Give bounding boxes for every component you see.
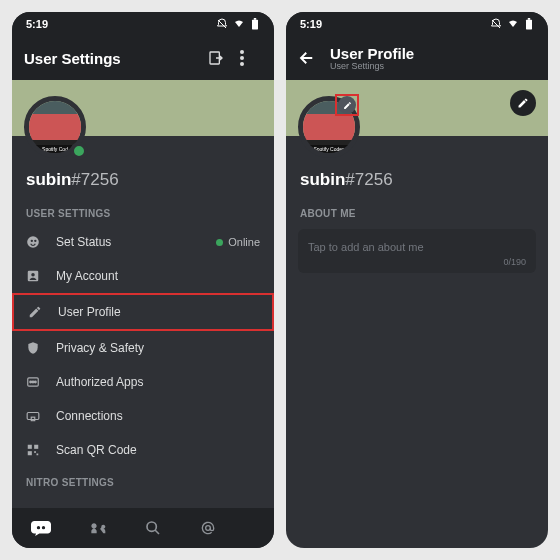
svg-rect-22: [37, 454, 39, 456]
status-icons: [490, 18, 534, 30]
svg-rect-28: [528, 18, 530, 20]
back-icon[interactable]: [298, 49, 320, 67]
apps-icon: [26, 375, 42, 389]
svg-point-25: [205, 526, 210, 531]
svg-line-0: [218, 20, 226, 28]
settings-screen: 5:19 User Settings Spotify Cod subin#725: [12, 12, 274, 548]
settings-row-privacy-safety[interactable]: Privacy & Safety: [12, 331, 274, 365]
row-label: Scan QR Code: [56, 443, 260, 457]
svg-rect-1: [252, 20, 258, 30]
page-title: User Profile User Settings: [330, 45, 536, 71]
status-icons: [216, 18, 260, 30]
username: subin#7256: [12, 170, 274, 198]
section-nitro: NITRO SETTINGS: [12, 467, 274, 494]
shield-icon: [26, 341, 42, 355]
svg-rect-17: [31, 417, 35, 421]
status-bar: 5:19: [12, 12, 274, 36]
svg-line-26: [492, 20, 500, 28]
svg-rect-20: [28, 451, 32, 455]
settings-row-connections[interactable]: Connections: [12, 399, 274, 433]
about-me-placeholder: Tap to add an about me: [308, 241, 424, 253]
tab-bar: [12, 508, 274, 548]
edit-banner-icon[interactable]: [510, 90, 536, 116]
clock: 5:19: [26, 18, 48, 30]
tab-friends-icon[interactable]: [90, 520, 106, 536]
svg-point-4: [240, 50, 244, 54]
svg-point-8: [31, 240, 33, 242]
row-label: Authorized Apps: [56, 375, 260, 389]
logout-icon[interactable]: [208, 50, 230, 66]
pencil-icon: [28, 305, 44, 319]
svg-point-13: [30, 381, 32, 383]
svg-point-15: [34, 381, 36, 383]
settings-row-my-account[interactable]: My Account: [12, 259, 274, 293]
section-user-settings: USER SETTINGS: [12, 198, 274, 225]
svg-point-9: [34, 240, 36, 242]
svg-rect-16: [27, 413, 39, 420]
settings-row-scan-qr-code[interactable]: Scan QR Code: [12, 433, 274, 467]
row-value: Online: [216, 236, 260, 248]
about-me-char-count: 0/190: [503, 257, 526, 267]
header: User Profile User Settings: [286, 36, 548, 80]
svg-point-6: [240, 62, 244, 66]
row-label: User Profile: [58, 305, 258, 319]
about-me-label: ABOUT ME: [286, 198, 548, 225]
svg-line-24: [155, 530, 159, 534]
svg-rect-2: [254, 18, 256, 20]
settings-row-user-profile[interactable]: User Profile: [12, 293, 274, 331]
settings-list: Set StatusOnlineMy AccountUser ProfilePr…: [12, 225, 274, 467]
presence-indicator: [70, 142, 88, 160]
wifi-icon: [507, 18, 519, 30]
link-icon: [26, 409, 42, 423]
highlight-edit-avatar: [335, 94, 359, 116]
status-bar: 5:19: [286, 12, 548, 36]
dnd-icon: [490, 18, 502, 30]
username: subin#7256: [286, 170, 548, 198]
row-label: My Account: [56, 269, 260, 283]
online-dot-icon: [216, 239, 223, 246]
svg-point-11: [31, 273, 35, 277]
row-label: Connections: [56, 409, 260, 423]
overflow-icon[interactable]: [240, 50, 262, 66]
svg-rect-21: [34, 451, 36, 453]
page-subtitle: User Settings: [330, 61, 536, 71]
user-profile-screen: 5:19 User Profile User Settings Spotify …: [286, 12, 548, 548]
tab-mentions-icon[interactable]: [200, 520, 216, 536]
svg-point-5: [240, 56, 244, 60]
qr-icon: [26, 443, 42, 457]
tab-search-icon[interactable]: [145, 520, 161, 536]
svg-rect-27: [526, 20, 532, 30]
clock: 5:19: [300, 18, 322, 30]
row-label: Set Status: [56, 235, 202, 249]
account-icon: [26, 269, 42, 283]
svg-rect-19: [34, 445, 38, 449]
about-me-input[interactable]: Tap to add an about me 0/190: [298, 229, 536, 273]
status-icon: [26, 235, 42, 249]
dnd-icon: [216, 18, 228, 30]
wifi-icon: [233, 18, 245, 30]
svg-rect-18: [28, 445, 32, 449]
settings-row-authorized-apps[interactable]: Authorized Apps: [12, 365, 274, 399]
svg-point-23: [147, 522, 156, 531]
profile-banner: Spotify Codes: [286, 80, 548, 136]
settings-row-set-status[interactable]: Set StatusOnline: [12, 225, 274, 259]
battery-icon: [524, 18, 534, 30]
row-label: Privacy & Safety: [56, 341, 260, 355]
header: User Settings: [12, 36, 274, 80]
profile-banner: Spotify Cod: [12, 80, 274, 136]
battery-icon: [250, 18, 260, 30]
svg-point-14: [32, 381, 34, 383]
page-title: User Settings: [24, 50, 198, 67]
tab-home-icon[interactable]: [31, 521, 51, 536]
